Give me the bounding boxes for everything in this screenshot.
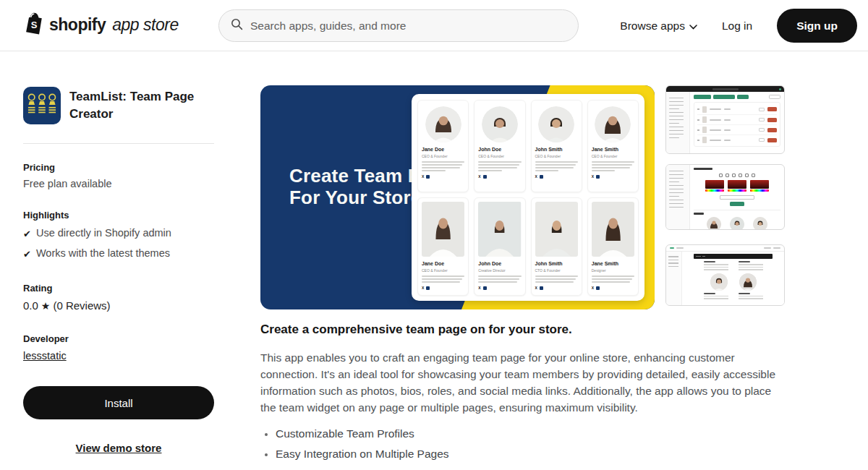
search-bar[interactable] [218, 9, 579, 42]
browse-apps-label: Browse apps [620, 20, 685, 33]
member-bio-placeholder [535, 275, 578, 283]
linkedin-icon [540, 175, 543, 179]
member-name: Jane Smith [592, 147, 634, 153]
log-in-link[interactable]: Log in [722, 20, 752, 33]
pricing-value: Free plan available [23, 178, 214, 189]
member-photo [595, 106, 631, 142]
description-paragraph: This app enables you to craft an engagin… [260, 349, 783, 416]
shopify-bag-icon: S [23, 12, 43, 38]
team-member-card: John Doe CEO & Founder X [474, 100, 525, 192]
x-icon: X [422, 174, 424, 179]
member-name: Jane Doe [422, 261, 464, 267]
nav-actions: Browse apps Log in Sign up [620, 0, 857, 51]
member-photo [422, 202, 464, 257]
member-bio-placeholder [478, 275, 521, 283]
linkedin-icon [483, 286, 487, 290]
member-role: CEO & Founder [535, 154, 578, 158]
linkedin-icon [596, 175, 600, 179]
app-store-listing-page: S shopify app store Browse apps [0, 0, 868, 470]
member-photo [535, 202, 578, 257]
member-name: John Doe [478, 147, 521, 153]
color-pickers [694, 180, 780, 192]
linkedin-icon [596, 286, 600, 290]
search-input[interactable] [250, 20, 566, 33]
member-photo [538, 106, 574, 142]
member-bio-placeholder [592, 275, 634, 283]
sidebar-divider [23, 143, 214, 144]
shopify-app-store-logo[interactable]: S shopify app store [23, 12, 179, 38]
member-name: Jane Smith [592, 261, 634, 267]
editor-toolbar [666, 245, 784, 252]
check-icon: ✔ [23, 247, 31, 261]
chevron-down-icon [689, 20, 697, 33]
x-icon: X [592, 174, 594, 179]
linkedin-icon [426, 175, 430, 179]
linkedin-icon [483, 175, 487, 179]
x-icon: X [478, 286, 480, 290]
team-member-card: Jane Smith CEO & Founder X [587, 100, 639, 192]
team-member-card: Jane Doe CEO & Founder X [417, 100, 469, 192]
sign-up-button[interactable]: Sign up [777, 9, 857, 43]
team-member-card: Jane Smith Designer X [587, 197, 639, 296]
linkedin-icon [540, 286, 543, 290]
member-photo [592, 202, 634, 257]
description-heading: Create a comprehensive team page on for … [260, 322, 783, 337]
highlight-item: ✔ Works with the latest themes [23, 247, 214, 261]
team-grid-preview: Jane Doe CEO & Founder X John Doe CEO & … [412, 94, 644, 301]
feature-list: Customizable Team Profiles Easy Integrat… [260, 427, 783, 461]
screenshot-thumbnail-theme-editor[interactable] [665, 244, 785, 306]
search-icon [231, 18, 243, 33]
member-bio-placeholder [422, 161, 464, 171]
member-bio-placeholder [422, 275, 464, 283]
pricing-heading: Pricing [23, 162, 214, 173]
member-photo [482, 106, 518, 142]
member-name: Jane Doe [422, 147, 464, 153]
x-icon: X [478, 174, 480, 179]
highlights-heading: Highlights [23, 210, 214, 221]
team-member-card: John Smith CEO & Founder X [531, 100, 582, 192]
member-bio-placeholder [478, 161, 521, 171]
admin-sidebar [666, 92, 690, 153]
highlight-text: Use directly in Shopify admin [36, 227, 171, 239]
member-role: CEO & Founder [478, 154, 521, 158]
x-icon: X [422, 286, 424, 290]
member-name: John Smith [535, 261, 578, 267]
x-icon: X [592, 286, 594, 290]
app-icon [23, 87, 61, 124]
x-icon: X [535, 286, 537, 290]
admin-sidebar [666, 165, 690, 229]
highlight-text: Works with the latest themes [36, 247, 170, 259]
screenshot-thumbnail-admin-settings[interactable] [665, 164, 785, 230]
logo-brand-text: shopify [49, 15, 106, 35]
member-role: CEO & Founder [422, 268, 464, 273]
check-icon: ✔ [23, 227, 31, 241]
screenshot-thumbnail-admin-table[interactable] [665, 85, 785, 154]
rating-score: 0.0 [23, 299, 38, 312]
install-button[interactable]: Install [23, 386, 214, 419]
highlight-item: ✔ Use directly in Shopify admin [23, 227, 214, 241]
view-demo-store-link[interactable]: View demo store [23, 442, 214, 454]
linkedin-icon [426, 286, 430, 290]
app-description: Create a comprehensive team page on for … [260, 322, 783, 461]
member-photo [478, 202, 521, 257]
team-member-card: John Doe Creative Director X [474, 197, 525, 296]
hero-feature-image[interactable]: Create Team Pages For Your Store Jane Do… [260, 85, 655, 309]
member-photo [425, 106, 461, 142]
app-info-sidebar: TeamList: Team Page Creator Pricing Free… [23, 51, 214, 454]
member-role: CEO & Founder [592, 154, 634, 158]
admin-topbar [666, 86, 784, 92]
editor-sidebar [666, 252, 682, 305]
team-member-card: Jane Doe CEO & Founder X [417, 197, 469, 296]
developer-link[interactable]: lessstatic [23, 350, 67, 362]
member-name: John Smith [535, 147, 578, 153]
developer-heading: Developer [23, 333, 214, 344]
browse-apps-menu[interactable]: Browse apps [620, 20, 697, 33]
svg-text:S: S [31, 20, 38, 30]
member-role: Designer [592, 268, 634, 273]
team-member-card: John Smith CTO & Founder X [531, 197, 582, 296]
member-bio-placeholder [592, 161, 634, 171]
member-name: John Doe [478, 261, 521, 267]
member-role: CTO & Founder [535, 268, 578, 273]
member-bio-placeholder [535, 161, 578, 171]
logo-suffix-text: app store [112, 15, 178, 35]
